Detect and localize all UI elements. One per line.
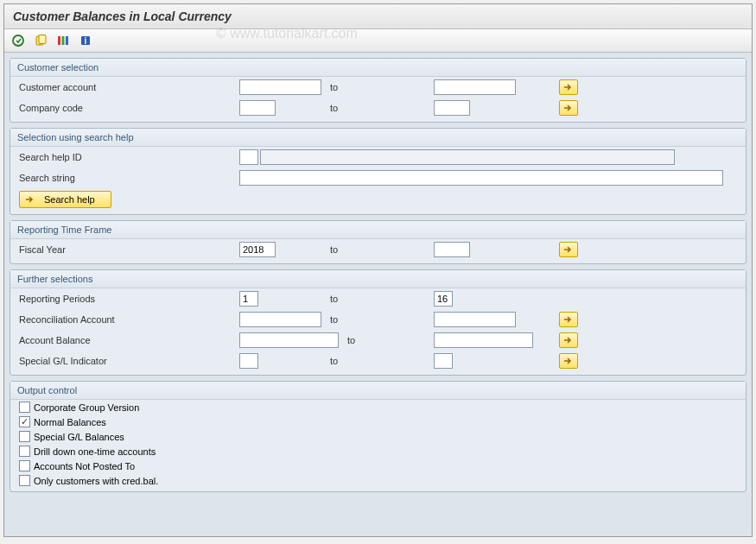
search-help-button-label: Search help [44, 194, 95, 205]
svg-rect-5 [66, 36, 68, 45]
sap-window: Customer Balances in Local Currency © ww… [3, 3, 753, 537]
row-search-string: Search string [10, 168, 746, 188]
special-gl-to[interactable] [434, 353, 453, 369]
svg-point-0 [13, 35, 23, 46]
reconciliation-account-from[interactable] [239, 312, 321, 327]
search-string-input[interactable] [239, 170, 723, 186]
label-company-code: Company code [19, 103, 239, 113]
panel-header: Reporting Time Frame [10, 221, 746, 239]
panel-output-control: Output control Corporate Group Version N… [10, 381, 746, 492]
row-search-help-id: Search help ID [10, 147, 746, 168]
range-button[interactable] [559, 332, 578, 348]
toolbar: i [4, 29, 752, 53]
range-button[interactable] [559, 312, 578, 327]
checkbox-label: Only customers with cred.bal. [34, 476, 158, 486]
page-title: Customer Balances in Local Currency [13, 9, 232, 23]
reporting-periods-to[interactable] [434, 291, 453, 307]
label-to: to [321, 294, 434, 304]
label-reporting-periods: Reporting Periods [19, 294, 239, 304]
row-company-code: Company code to [10, 98, 746, 118]
label-fiscal-year: Fiscal Year [19, 244, 239, 255]
checkbox-cred-bal[interactable] [19, 475, 30, 486]
columns-icon[interactable] [54, 32, 72, 49]
row-special-gl-indicator: Special G/L Indicator to [10, 351, 746, 371]
svg-text:i: i [85, 36, 87, 46]
checkbox-label: Special G/L Balances [34, 432, 124, 442]
svg-rect-3 [58, 36, 60, 45]
search-help-button[interactable]: Search help [19, 191, 111, 208]
svg-rect-2 [39, 35, 46, 44]
search-help-desc-input [260, 149, 675, 165]
label-to: to [321, 103, 434, 113]
label-search-string: Search string [19, 173, 239, 183]
checkbox-row: Only customers with cred.bal. [10, 473, 746, 488]
label-to: to [321, 244, 434, 255]
account-balance-from[interactable] [239, 332, 339, 348]
checkbox-corporate-group[interactable] [19, 402, 30, 413]
row-customer-account: Customer account to [10, 77, 746, 98]
info-icon[interactable]: i [77, 32, 94, 49]
panel-further-selections: Further selections Reporting Periods to … [10, 269, 746, 376]
panel-header: Selection using search help [10, 129, 746, 147]
search-help-id-input[interactable] [239, 149, 258, 165]
label-account-balance: Account Balance [19, 335, 239, 345]
checkbox-label: Corporate Group Version [34, 402, 139, 413]
account-balance-to[interactable] [434, 332, 533, 348]
label-to: to [321, 82, 434, 92]
label-special-gl-indicator: Special G/L Indicator [19, 356, 239, 366]
checkbox-row: Special G/L Balances [10, 429, 746, 444]
range-button[interactable] [559, 100, 578, 116]
title-bar: Customer Balances in Local Currency © ww… [4, 4, 752, 29]
panel-header: Customer selection [10, 59, 746, 77]
checkbox-label: Normal Balances [34, 417, 106, 427]
fiscal-year-from[interactable] [239, 242, 276, 257]
checkbox-normal-balances[interactable] [19, 416, 30, 427]
label-reconciliation-account: Reconciliation Account [19, 314, 239, 325]
range-button[interactable] [559, 242, 578, 257]
execute-icon[interactable] [10, 32, 27, 49]
checkbox-drill-down[interactable] [19, 446, 30, 457]
customer-account-from[interactable] [239, 79, 321, 95]
row-fiscal-year: Fiscal Year to [10, 239, 746, 260]
row-reconciliation-account: Reconciliation Account to [10, 309, 746, 330]
checkbox-row: Corporate Group Version [10, 400, 746, 414]
reporting-periods-from[interactable] [239, 291, 258, 307]
row-reporting-periods: Reporting Periods to [10, 288, 746, 309]
panel-header: Further selections [10, 270, 746, 288]
label-to: to [321, 356, 434, 366]
label-to: to [339, 335, 434, 345]
variant-icon[interactable] [32, 32, 49, 49]
panel-reporting-time-frame: Reporting Time Frame Fiscal Year to [10, 220, 746, 264]
svg-rect-4 [62, 36, 65, 45]
customer-account-to[interactable] [434, 79, 516, 95]
label-search-help-id: Search help ID [19, 152, 239, 162]
range-button[interactable] [559, 79, 578, 95]
content-area: Customer selection Customer account to C… [4, 53, 752, 536]
checkbox-label: Accounts Not Posted To [34, 461, 135, 471]
checkbox-row: Accounts Not Posted To [10, 459, 746, 473]
company-code-from[interactable] [239, 100, 276, 116]
checkbox-not-posted[interactable] [19, 460, 30, 471]
fiscal-year-to[interactable] [434, 242, 470, 257]
label-to: to [321, 314, 434, 325]
special-gl-from[interactable] [239, 353, 258, 369]
range-button[interactable] [559, 353, 578, 369]
panel-search-help: Selection using search help Search help … [10, 128, 746, 215]
row-account-balance: Account Balance to [10, 330, 746, 351]
panel-customer-selection: Customer selection Customer account to C… [10, 58, 746, 123]
company-code-to[interactable] [434, 100, 470, 116]
reconciliation-account-to[interactable] [434, 312, 516, 327]
checkbox-row: Normal Balances [10, 414, 746, 429]
checkbox-special-gl-balances[interactable] [19, 431, 30, 442]
label-customer-account: Customer account [19, 82, 239, 92]
panel-header: Output control [10, 382, 746, 400]
checkbox-label: Drill down one-time accounts [34, 446, 156, 457]
checkbox-row: Drill down one-time accounts [10, 444, 746, 459]
